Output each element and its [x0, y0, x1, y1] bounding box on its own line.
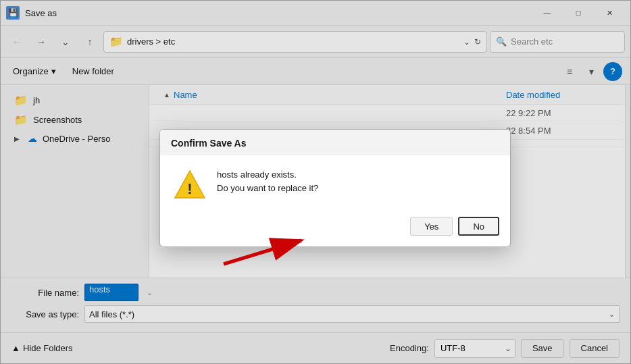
confirm-dialog: Confirm Save As ! hosts already exists. … — [159, 129, 511, 247]
warning-icon: ! — [174, 168, 206, 201]
dialog-no-button[interactable]: No — [458, 217, 499, 236]
dialog-yes-button[interactable]: Yes — [410, 217, 453, 236]
dialog-message-line2: Do you want to replace it? — [217, 182, 497, 195]
dialog-body: ! hosts already exists. Do you want to r… — [160, 155, 510, 211]
dialog-buttons: Yes No — [160, 211, 510, 246]
dialog-message: hosts already exists. Do you want to rep… — [217, 168, 497, 194]
dialog-title: Confirm Save As — [171, 138, 247, 149]
save-as-window: 💾 Save as — □ ✕ ← → ⌄ ↑ 📁 drivers > etc … — [0, 0, 631, 364]
dialog-message-line1: hosts already exists. — [217, 168, 497, 182]
svg-text:!: ! — [187, 180, 192, 197]
dialog-overlay: Confirm Save As ! hosts already exists. … — [1, 1, 630, 363]
dialog-title-bar: Confirm Save As — [160, 130, 510, 155]
